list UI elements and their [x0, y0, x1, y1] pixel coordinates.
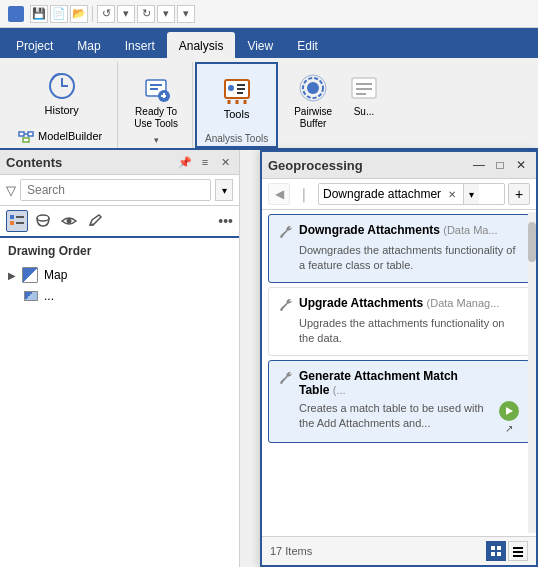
- ready-tools-icon: [140, 72, 172, 104]
- ribbon-group-analysis-tools: Tools Analysis Tools: [195, 62, 278, 148]
- contents-panel-title: Contents: [6, 155, 62, 170]
- svg-point-16: [228, 85, 234, 91]
- ribbon-group-tools2: PairwiseBuffer Su...: [280, 62, 394, 148]
- tab-map[interactable]: Map: [65, 32, 112, 58]
- map-icon: [22, 267, 38, 283]
- list-by-visibility-button[interactable]: [58, 210, 80, 232]
- tab-insert[interactable]: Insert: [113, 32, 167, 58]
- undo-dropdown[interactable]: ▾: [117, 5, 135, 23]
- tool-wrench-icon-2: [279, 298, 293, 312]
- ready-tools-button[interactable]: Ready ToUse Tools: [128, 68, 184, 134]
- redo-button[interactable]: ↻: [137, 5, 155, 23]
- ribbon-group-geoprocessing: History ModelBuilder: [6, 62, 118, 148]
- history-button[interactable]: History: [39, 64, 85, 124]
- app-icon: [8, 6, 24, 22]
- save-button[interactable]: 💾: [30, 5, 48, 23]
- svg-rect-23: [352, 78, 376, 98]
- filter-icon: ▽: [6, 183, 16, 198]
- geo-minimize-button[interactable]: —: [470, 156, 488, 174]
- breadcrumb-close-button[interactable]: ✕: [445, 187, 459, 201]
- undo-button[interactable]: ↺: [97, 5, 115, 23]
- more-qat[interactable]: ▾: [177, 5, 195, 23]
- scrollbar-track: [528, 212, 536, 533]
- tools-button[interactable]: Tools: [215, 70, 259, 125]
- open-button[interactable]: 📂: [70, 5, 88, 23]
- svg-rect-12: [150, 84, 162, 86]
- map-layer-item[interactable]: ▶ Map: [0, 264, 239, 286]
- sub-layer-icon: [24, 291, 38, 301]
- nav-add-button[interactable]: +: [508, 183, 530, 205]
- tool-desc-2: Upgrades the attachments functionality o…: [279, 316, 519, 347]
- tab-view[interactable]: View: [235, 32, 285, 58]
- search-bar: ▽ ▾: [0, 175, 239, 206]
- svg-marker-34: [506, 407, 513, 415]
- geo-panel-controls: — □ ✕: [470, 156, 530, 174]
- tool-desc-3: Creates a match table to be used with th…: [279, 401, 495, 432]
- tool-name-1: Downgrade Attachments (Data Ma...: [299, 223, 498, 237]
- items-count: 17 Items: [270, 545, 312, 557]
- geo-footer: 17 Items: [262, 536, 536, 565]
- svg-rect-13: [150, 88, 158, 90]
- contents-panel: Contents 📌 ≡ ✕ ▽ ▾: [0, 150, 240, 567]
- tool-card-downgrade[interactable]: Downgrade Attachments (Data Ma... Downgr…: [268, 214, 530, 283]
- nav-back-button[interactable]: ◀: [268, 183, 290, 205]
- summarize-icon: [348, 72, 380, 104]
- svg-point-20: [307, 82, 319, 94]
- scrollbar-thumb[interactable]: [528, 222, 536, 262]
- run-tool-button[interactable]: [499, 401, 519, 421]
- svg-rect-38: [497, 552, 501, 556]
- summarize-button[interactable]: Su...: [342, 68, 386, 134]
- tab-edit[interactable]: Edit: [285, 32, 330, 58]
- svg-rect-4: [23, 138, 29, 142]
- more-tools-button[interactable]: •••: [218, 213, 233, 229]
- pairwise-buffer-button[interactable]: PairwiseBuffer: [288, 68, 338, 134]
- tab-project[interactable]: Project: [4, 32, 65, 58]
- list-by-drawing-order-button[interactable]: [6, 210, 28, 232]
- svg-rect-27: [10, 215, 14, 219]
- svg-rect-2: [28, 132, 33, 136]
- contents-toolbar: •••: [0, 206, 239, 238]
- geo-restore-button[interactable]: □: [491, 156, 509, 174]
- redo-dropdown[interactable]: ▾: [157, 5, 175, 23]
- modelbuilder-button[interactable]: ModelBuilder: [14, 126, 109, 146]
- search-input[interactable]: [20, 179, 211, 201]
- map-layer-label: Map: [44, 268, 67, 282]
- list-by-source-button[interactable]: [32, 210, 54, 232]
- svg-rect-39: [513, 547, 523, 549]
- geo-panel-title: Geoprocessing: [268, 158, 363, 173]
- close-panel-button[interactable]: ✕: [217, 154, 233, 170]
- pin-button[interactable]: 📌: [177, 154, 193, 170]
- breadcrumb-text: Downgrade attachmer: [323, 187, 441, 201]
- tool-card-upgrade[interactable]: Upgrade Attachments (Data Manag... Upgra…: [268, 287, 530, 356]
- tool-name-3: Generate Attachment MatchTable (...: [299, 369, 458, 397]
- new-button[interactable]: 📄: [50, 5, 68, 23]
- list-by-edit-button[interactable]: [84, 210, 106, 232]
- pairwise-buffer-label: PairwiseBuffer: [294, 106, 332, 130]
- grid-view-button[interactable]: [486, 541, 506, 561]
- ready-tools-dropdown[interactable]: ▾: [154, 135, 159, 145]
- svg-rect-1: [19, 132, 24, 136]
- tool-card-upgrade-header: Upgrade Attachments (Data Manag...: [279, 296, 519, 312]
- geoprocessing-panel: Geoprocessing — □ ✕ ◀ ❘ Downgrade attach…: [260, 150, 538, 567]
- tool-card-generate-header: Generate Attachment MatchTable (...: [279, 369, 519, 397]
- tools-icon: [221, 74, 253, 106]
- nav-breadcrumb: Downgrade attachmer ✕ ▾: [318, 183, 505, 205]
- search-dropdown[interactable]: ▾: [215, 179, 233, 201]
- tool-card-generate[interactable]: Generate Attachment MatchTable (... Crea…: [268, 360, 530, 443]
- breadcrumb-dropdown-button[interactable]: ▾: [463, 183, 479, 205]
- history-icon: [46, 70, 78, 102]
- svg-rect-18: [237, 88, 245, 90]
- sub-layer-item[interactable]: ...: [0, 286, 239, 306]
- geo-close-button[interactable]: ✕: [512, 156, 530, 174]
- tab-analysis[interactable]: Analysis: [167, 32, 236, 58]
- svg-point-31: [37, 215, 49, 221]
- separator: [92, 6, 93, 22]
- titlebar: 💾 📄 📂 ↺ ▾ ↻ ▾ ▾: [0, 0, 538, 28]
- tool-wrench-icon-1: [279, 225, 293, 239]
- list-view-button[interactable]: [508, 541, 528, 561]
- drawing-order-label: Drawing Order: [0, 238, 239, 264]
- svg-point-32: [67, 219, 72, 224]
- open-tool-button[interactable]: ↗: [499, 423, 519, 434]
- pairwise-buffer-icon: [297, 72, 329, 104]
- menu-button[interactable]: ≡: [197, 154, 213, 170]
